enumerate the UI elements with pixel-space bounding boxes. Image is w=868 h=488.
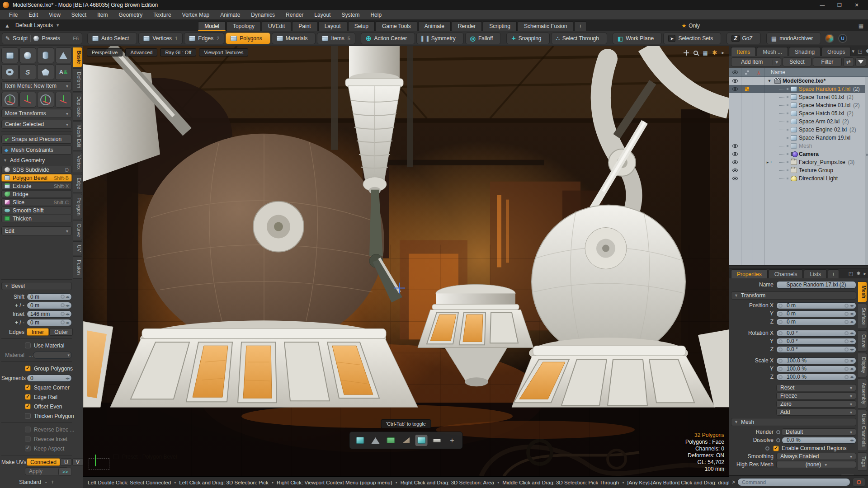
menu-item[interactable]: Layout [309,12,336,18]
toolbar-button[interactable]: Selection Sets [663,33,721,44]
item-tree-row[interactable]: Space Random 17.lxl (2) [729,85,868,93]
toolbar-button[interactable]: modoArchiver [766,33,821,44]
presets-button[interactable]: Presets [42,35,60,42]
item-menu-dropdown[interactable]: Item Menu: New Item [1,81,72,90]
transform-value-field[interactable]: 0.0 ° ◂▸ [776,338,856,345]
transform-action-dropdown[interactable]: Reset [776,384,856,391]
primitive-shape-button[interactable] [55,64,72,80]
items-panel-tab[interactable]: Mesh ... [757,47,788,56]
menu-item[interactable]: Dynamics [245,12,280,18]
viewport-header-button[interactable]: Perspective [87,48,123,56]
edges-option[interactable]: Inner [27,328,49,336]
layout-tab[interactable]: Render [452,21,482,31]
properties-side-tab[interactable]: Surface [858,304,867,329]
arrow-right-icon[interactable]: ▸ [863,271,866,277]
properties-panel-tab[interactable]: Channels [769,269,803,278]
item-tree-row[interactable]: Space Engine 02.lxl (2) [729,126,868,134]
render-dots-icon[interactable] [745,87,749,91]
layout-tab[interactable]: Animate [418,21,451,31]
item-tree-row[interactable]: Texture Group [729,166,868,174]
transform-value-field[interactable]: 100.0 % ◂▸ [776,374,856,380]
properties-side-tab[interactable]: Curve [858,330,867,352]
default-layouts-dropdown[interactable]: Default Layouts ▼ [15,22,60,28]
toolbar-button[interactable]: GoZ [726,33,761,44]
properties-side-tab[interactable]: Assembly [858,379,867,408]
layout-tab[interactable]: Model [198,21,226,31]
viewport-mode-button[interactable] [446,435,458,446]
minus-button[interactable]: - [45,479,47,485]
menu-item[interactable]: Select [66,12,92,18]
gear-icon[interactable]: ✱ [865,48,868,54]
menu-item[interactable]: Help [365,12,387,18]
menu-item[interactable]: Vertex Map [177,12,215,18]
item-tree-row[interactable]: Camera [729,150,868,158]
menu-item[interactable]: Edit [23,12,43,18]
grid-icon[interactable]: ▦ [703,50,708,56]
sidebar-category-tab[interactable]: Polygon [73,194,82,219]
transform-value-field[interactable]: 100.0 % ◂▸ [776,366,856,372]
menu-item[interactable]: Geometry [113,12,148,18]
dissolve-field[interactable]: 0.0 % ◂▸ [782,437,856,444]
user-badge-icon[interactable] [838,34,847,43]
transform-tool-button[interactable] [37,92,54,108]
mesh-constraints-button[interactable]: ◆ Mesh Constraints [1,145,72,155]
transform-action-dropdown[interactable]: Add [776,408,856,416]
viewport-mode-button[interactable] [415,435,428,446]
eye-icon[interactable] [732,169,738,172]
spinner-icon[interactable]: ◂▸ [850,438,854,442]
toolbar-button[interactable]: Snapping [506,33,549,44]
primitive-shape-button[interactable] [1,64,19,80]
geometry-tool-button[interactable]: Bridge [1,190,72,198]
thicken-polygon-checkbox[interactable]: Thicken Polygon [1,412,72,420]
properties-side-tab[interactable]: Mesh [858,282,867,302]
properties-side-tab[interactable]: Display [858,353,867,377]
primitive-shape-button[interactable] [19,64,37,80]
add-geometry-header[interactable]: ▼ Add Geometry [1,156,72,165]
render-column-icon[interactable] [745,70,749,75]
geometry-tool-button[interactable]: Thicken [1,215,72,222]
spinner-icon[interactable]: ◂▸ [850,358,854,363]
eye-icon[interactable] [732,160,738,164]
eye-icon[interactable] [732,152,738,156]
add-item-button[interactable]: Add Item ▼ [731,57,781,66]
items-panel-tab[interactable]: Groups [821,47,851,56]
primitive-shape-button[interactable] [1,47,19,63]
group-polygons-checkbox[interactable]: Group Polygons [1,364,72,373]
viewport-header-button[interactable]: Advanced [125,48,157,56]
menu-item[interactable]: System [336,12,365,18]
sidebar-category-tab[interactable]: Mesh Edit [73,122,82,151]
geometry-tool-button[interactable]: Smooth Shift [1,206,72,214]
item-tree-row[interactable]: Space Arm 02.lxl (2) [729,117,868,126]
menu-item[interactable]: File [4,12,23,18]
bevel-value-field[interactable]: 0 m ◂▸ [27,302,72,309]
axis-column-icon[interactable]: Y [757,70,760,75]
properties-side-tab[interactable]: User Channels [858,410,867,451]
geometry-tool-button[interactable]: SDS Subdivide D [1,166,72,174]
expander-icon[interactable]: ▸ + [766,160,773,164]
command-input[interactable] [737,478,850,486]
offset-even-checkbox[interactable]: Offset Even [1,402,72,411]
sidebar-category-tab[interactable]: Curve [73,220,82,240]
smoothing-dropdown[interactable]: Always Enabled [776,453,856,460]
items-panel-tab[interactable]: Items [731,47,756,56]
spinner-icon[interactable]: ◂▸ [850,347,854,352]
layout-tab[interactable]: Scripting [483,21,517,31]
maximize-icon[interactable]: ❐ [831,0,848,9]
spinner-icon[interactable]: ◂▸ [66,295,70,299]
properties-panel-tab[interactable]: Properties [731,269,768,278]
make-uvs-option[interactable]: Connected [27,458,60,466]
item-tree-row[interactable]: Space Random 19.lxl [729,134,868,142]
mesh-section-header[interactable]: ▼ Mesh [731,418,856,426]
layout-up-icon[interactable]: ▲ [5,23,10,29]
use-material-checkbox[interactable]: Use Material [1,341,72,350]
spinner-icon[interactable]: ◂▸ [66,312,70,316]
sidebar-category-tab[interactable]: Edge [73,174,82,193]
modo-badge-icon[interactable] [825,34,834,43]
chevron-down-icon[interactable]: ▾ [852,48,854,54]
layout-tab[interactable]: Game Tools [376,21,417,31]
render-dropdown[interactable]: Default [782,428,856,436]
menu-item[interactable]: Texture [148,12,176,18]
geometry-tool-button[interactable]: Slice Shift-C [1,198,72,206]
sidebar-category-tab[interactable]: Fusion [73,256,82,278]
sculpt-button[interactable]: Sculpt [13,35,28,42]
